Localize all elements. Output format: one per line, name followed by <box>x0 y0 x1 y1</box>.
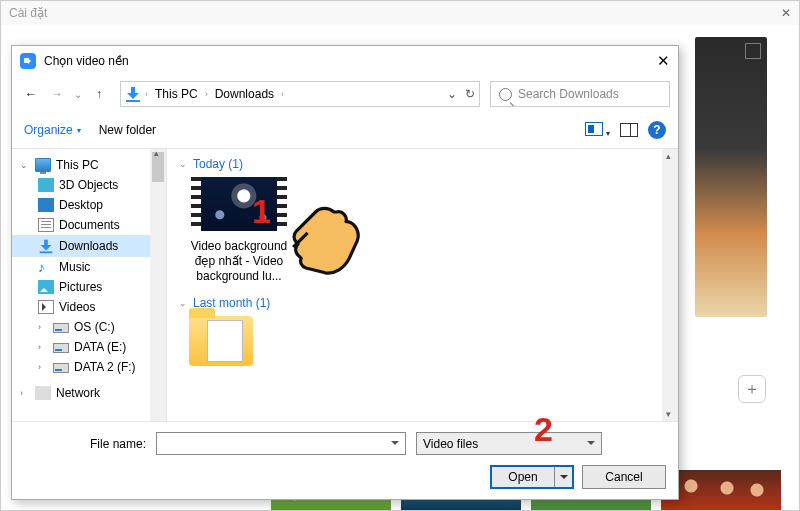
3d-objects-icon <box>38 178 54 192</box>
downloads-icon <box>39 239 53 253</box>
organize-menu[interactable]: Organize ▾ <box>24 123 81 137</box>
pictures-icon <box>38 280 54 294</box>
file-name-label: File name: <box>76 437 146 451</box>
address-refresh-button[interactable]: ↻ <box>465 87 475 101</box>
videos-icon <box>38 300 54 314</box>
tree-item-music[interactable]: ♪ Music <box>12 257 166 277</box>
search-input[interactable]: Search Downloads <box>490 81 670 107</box>
preview-pane-button[interactable] <box>620 123 638 137</box>
background-thumbnail[interactable] <box>661 470 781 510</box>
folder-icon <box>189 316 253 366</box>
dialog-close-button[interactable]: ✕ <box>657 52 670 70</box>
settings-titlebar: Cài đặt ✕ <box>1 1 799 25</box>
music-icon: ♪ <box>38 260 54 274</box>
background-preview-thumbnail[interactable] <box>695 37 767 317</box>
file-open-dialog: Chọn video nền ✕ ← → ⌄ ↑ › This PC › Dow… <box>11 45 679 500</box>
chevron-down-icon: ▾ <box>77 126 81 135</box>
open-button[interactable]: Open <box>490 465 574 489</box>
file-item[interactable] <box>179 316 263 366</box>
search-placeholder: Search Downloads <box>518 87 619 101</box>
breadcrumb-current[interactable]: Downloads <box>212 87 277 101</box>
tree-scrollbar[interactable]: ▴ <box>150 149 166 421</box>
view-mode-button[interactable]: ▾ <box>585 122 610 139</box>
nav-forward-button[interactable]: → <box>46 83 68 105</box>
tree-item-network[interactable]: › Network <box>12 383 166 403</box>
drive-icon <box>53 363 69 373</box>
address-dropdown-icon[interactable]: ⌄ <box>447 87 457 101</box>
tree-item-3d-objects[interactable]: 3D Objects <box>12 175 166 195</box>
toolbar: Organize ▾ New folder ▾ ? <box>12 112 678 148</box>
drive-icon <box>53 343 69 353</box>
file-name-input[interactable] <box>156 432 406 455</box>
breadcrumb-root[interactable]: This PC <box>152 87 201 101</box>
file-list: ⌄ Today (1) Video background đẹp nhất - … <box>167 149 678 421</box>
dialog-titlebar: Chọn video nền ✕ <box>12 46 678 76</box>
search-icon <box>499 88 512 101</box>
tree-item-data-f[interactable]: › DATA 2 (F:) <box>12 357 166 377</box>
video-thumbnail-icon <box>191 177 287 231</box>
file-name-label: Video background đẹp nhất - Video backgr… <box>179 239 299 284</box>
group-header-last-month[interactable]: ⌄ Last month (1) <box>179 296 666 310</box>
network-icon <box>35 386 51 400</box>
navigation-bar: ← → ⌄ ↑ › This PC › Downloads › ⌄ ↻ <box>12 76 678 112</box>
settings-window: Cài đặt ✕ ＋ Chọn video nền ✕ ← → <box>0 0 800 511</box>
documents-icon <box>38 218 54 232</box>
file-item[interactable]: Video background đẹp nhất - Video backgr… <box>179 177 299 284</box>
nav-back-button[interactable]: ← <box>20 83 42 105</box>
group-header-today[interactable]: ⌄ Today (1) <box>179 157 666 171</box>
new-folder-button[interactable]: New folder <box>99 123 156 137</box>
content-scrollbar[interactable]: ▴▾ <box>662 149 678 421</box>
open-dropdown-icon[interactable] <box>554 467 572 487</box>
dialog-title: Chọn video nền <box>44 54 129 68</box>
cancel-button[interactable]: Cancel <box>582 465 666 489</box>
tree-item-videos[interactable]: Videos <box>12 297 166 317</box>
desktop-icon <box>38 198 54 212</box>
tree-item-documents[interactable]: Documents <box>12 215 166 235</box>
file-type-select[interactable]: Video files <box>416 432 602 455</box>
pc-icon <box>35 158 51 172</box>
folder-tree: ⌄ This PC 3D Objects Desktop Documents <box>12 149 167 421</box>
tree-item-pictures[interactable]: Pictures <box>12 277 166 297</box>
tree-item-this-pc[interactable]: ⌄ This PC <box>12 155 166 175</box>
tree-item-desktop[interactable]: Desktop <box>12 195 166 215</box>
tree-item-data-e[interactable]: › DATA (E:) <box>12 337 166 357</box>
settings-title: Cài đặt <box>9 6 47 20</box>
nav-up-button[interactable]: ↑ <box>88 83 110 105</box>
address-bar[interactable]: › This PC › Downloads › ⌄ ↻ <box>120 81 480 107</box>
nav-history-dropdown[interactable]: ⌄ <box>74 89 82 100</box>
add-background-button[interactable]: ＋ <box>738 375 766 403</box>
tree-item-os-c[interactable]: › OS (C:) <box>12 317 166 337</box>
help-button[interactable]: ? <box>648 121 666 139</box>
zoom-app-icon <box>20 53 36 69</box>
drive-icon <box>53 323 69 333</box>
downloads-icon <box>125 86 141 102</box>
tree-item-downloads[interactable]: Downloads <box>12 235 166 257</box>
dialog-footer: File name: Video files 2 Open Cancel <box>12 421 678 499</box>
settings-close-icon[interactable]: ✕ <box>781 6 791 20</box>
